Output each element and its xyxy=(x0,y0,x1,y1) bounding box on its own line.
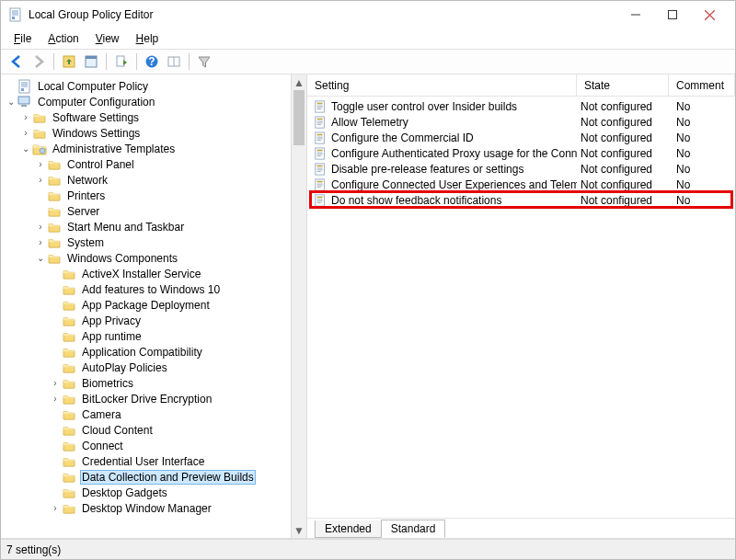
tree-start-menu[interactable]: ›Start Menu and Taskbar xyxy=(5,219,291,234)
setting-row[interactable]: Disable pre-release features or settings… xyxy=(307,161,735,177)
menu-help[interactable]: Help xyxy=(129,30,167,47)
setting-state: Not configured xyxy=(577,131,669,144)
setting-state: Not configured xyxy=(577,147,669,160)
tree-wc-item[interactable]: Desktop Gadgets xyxy=(5,485,291,500)
tree-control-panel[interactable]: ›Control Panel xyxy=(5,156,291,172)
expander-icon[interactable]: › xyxy=(49,378,62,388)
tree-item-label: Credential User Interface xyxy=(80,455,206,468)
setting-row[interactable]: Allow TelemetryNot configuredNo xyxy=(307,114,735,130)
separator xyxy=(53,53,54,70)
tree-scrollbar[interactable]: ▲ ▼ xyxy=(291,74,306,538)
tree-server[interactable]: Server xyxy=(5,203,291,219)
tree-wc-item[interactable]: Connect xyxy=(5,438,291,453)
tree-root[interactable]: Local Computer Policy xyxy=(5,78,291,94)
maximize-button[interactable] xyxy=(654,2,691,28)
expander-icon[interactable]: › xyxy=(34,237,47,247)
column-comment[interactable]: Comment xyxy=(669,74,735,96)
tree-item-label: Administrative Templates xyxy=(51,143,177,155)
menu-view[interactable]: View xyxy=(88,30,127,47)
admin-templates-icon xyxy=(32,142,47,156)
setting-name: Configure Connected User Experiences and… xyxy=(331,178,577,191)
expander-icon[interactable]: › xyxy=(34,175,47,185)
tree-wc-item[interactable]: App runtime xyxy=(5,328,291,344)
filter-button[interactable] xyxy=(194,51,214,72)
minimize-button[interactable] xyxy=(617,2,654,28)
tree-software-settings[interactable]: ›Software Settings xyxy=(5,109,291,125)
tree-admin-templates[interactable]: ⌄Administrative Templates xyxy=(5,141,291,156)
setting-state: Not configured xyxy=(577,100,669,113)
folder-icon xyxy=(47,204,62,219)
tabs-strip: Extended Standard xyxy=(307,518,735,538)
tab-extended[interactable]: Extended xyxy=(315,520,382,538)
tree-windows-components[interactable]: ⌄Windows Components xyxy=(5,250,291,266)
menu-file[interactable]: File xyxy=(6,30,39,47)
menu-action[interactable]: Action xyxy=(40,30,86,47)
scroll-thumb[interactable] xyxy=(293,90,305,145)
tree-wc-item[interactable]: Camera xyxy=(5,406,291,422)
tree-windows-settings[interactable]: ›Windows Settings xyxy=(5,125,291,141)
scroll-up-icon[interactable]: ▲ xyxy=(292,74,306,90)
setting-state: Not configured xyxy=(577,194,669,207)
folder-icon xyxy=(62,470,76,485)
setting-row[interactable]: Toggle user control over Insider buildsN… xyxy=(307,98,735,114)
scroll-down-icon[interactable]: ▼ xyxy=(292,522,306,538)
tree-computer-configuration[interactable]: ⌄Computer Configuration xyxy=(5,94,291,109)
expander-icon[interactable]: ⌄ xyxy=(5,97,17,107)
tree-wc-item[interactable]: ›BitLocker Drive Encryption xyxy=(5,391,291,406)
tree-wc-item[interactable]: ›Desktop Window Manager xyxy=(5,500,291,516)
folder-icon xyxy=(62,267,76,281)
expander-icon[interactable]: › xyxy=(19,112,32,122)
setting-row[interactable]: Configure the Commercial IDNot configure… xyxy=(307,130,735,145)
tree-wc-item[interactable]: Application Compatibility xyxy=(5,344,291,360)
folder-icon xyxy=(62,407,76,422)
tree-wc-item[interactable]: App Privacy xyxy=(5,313,291,328)
setting-icon xyxy=(313,146,328,161)
tree-view[interactable]: Local Computer Policy⌄Computer Configura… xyxy=(1,74,291,538)
tree-wc-item[interactable]: ›Biometrics xyxy=(5,375,291,391)
tree-item-label: BitLocker Drive Encryption xyxy=(80,393,213,406)
expander-icon[interactable]: › xyxy=(19,128,32,138)
svg-rect-24 xyxy=(669,11,677,19)
setting-row[interactable]: Configure Connected User Experiences and… xyxy=(307,177,735,192)
tree-wc-item[interactable]: Data Collection and Preview Builds xyxy=(5,469,291,485)
expander-icon[interactable]: › xyxy=(34,222,47,232)
forward-button[interactable] xyxy=(29,51,49,72)
close-button[interactable] xyxy=(691,2,728,28)
up-button[interactable] xyxy=(59,51,79,72)
tree-wc-item[interactable]: App Package Deployment xyxy=(5,297,291,313)
pane-button[interactable] xyxy=(164,51,184,72)
help-button[interactable] xyxy=(142,51,162,72)
setting-row[interactable]: Do not show feedback notificationsNot co… xyxy=(307,192,735,208)
tree-wc-item[interactable]: ActiveX Installer Service xyxy=(5,266,291,281)
expander-icon[interactable]: › xyxy=(34,159,47,169)
tree-printers[interactable]: Printers xyxy=(5,188,291,203)
tree-network[interactable]: ›Network xyxy=(5,172,291,188)
tree-item-label: System xyxy=(65,236,106,249)
tree-item-label: Windows Components xyxy=(65,252,179,265)
tree-item-label: Printers xyxy=(65,189,107,202)
expander-icon[interactable]: ⌄ xyxy=(19,143,32,154)
tree-item-label: AutoPlay Policies xyxy=(80,361,169,374)
column-state[interactable]: State xyxy=(577,74,669,96)
setting-comment: No xyxy=(669,147,735,160)
svg-rect-27 xyxy=(18,97,29,104)
tree-wc-item[interactable]: AutoPlay Policies xyxy=(5,360,291,375)
setting-icon xyxy=(313,177,328,192)
back-button[interactable] xyxy=(6,51,27,72)
expander-icon[interactable]: › xyxy=(49,394,62,404)
tree-item-label: Network xyxy=(65,174,109,187)
expander-icon[interactable]: ⌄ xyxy=(34,253,47,263)
folder-icon xyxy=(62,454,76,469)
separator xyxy=(189,53,190,70)
export-button[interactable] xyxy=(111,51,132,72)
folder-icon xyxy=(62,486,76,500)
column-setting[interactable]: Setting xyxy=(307,74,577,96)
setting-row[interactable]: Configure Authenticated Proxy usage for … xyxy=(307,145,735,161)
properties-button[interactable] xyxy=(81,51,101,72)
tab-standard[interactable]: Standard xyxy=(381,520,446,538)
tree-system[interactable]: ›System xyxy=(5,234,291,250)
expander-icon[interactable]: › xyxy=(49,503,62,513)
tree-wc-item[interactable]: Credential User Interface xyxy=(5,453,291,469)
tree-wc-item[interactable]: Cloud Content xyxy=(5,422,291,438)
tree-wc-item[interactable]: Add features to Windows 10 xyxy=(5,281,291,297)
